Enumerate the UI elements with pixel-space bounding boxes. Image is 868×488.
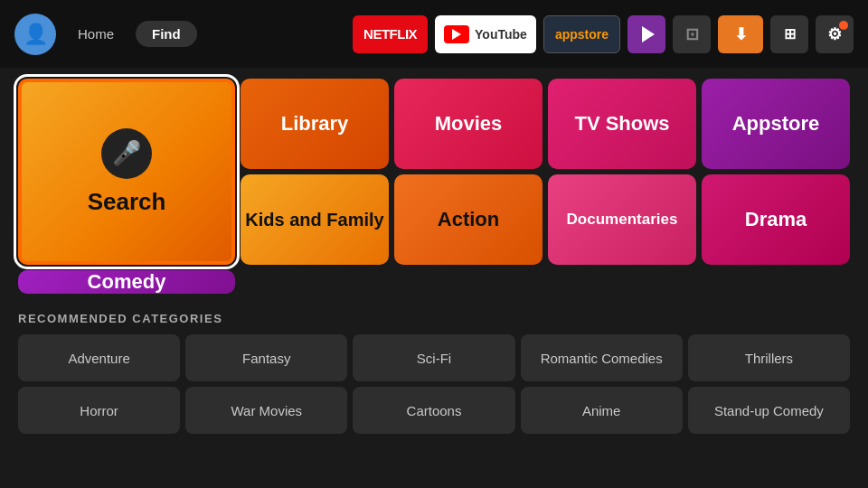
documentaries-label: Documentaries bbox=[567, 211, 678, 229]
qr-icon: ⊞ bbox=[784, 25, 796, 42]
drama-cell[interactable]: Drama bbox=[702, 174, 850, 265]
appstore-cell[interactable]: Appstore bbox=[702, 79, 850, 169]
nav-find[interactable]: Find bbox=[136, 21, 197, 47]
nav-home[interactable]: Home bbox=[67, 21, 125, 47]
recommended-grid: AdventureFantasySci-FiRomantic ComediesT… bbox=[18, 334, 850, 434]
tvshows-label: TV Shows bbox=[574, 112, 669, 136]
app-icons: NETFLIX YouTube appstore ⊡ ⬇ ⊞ ⚙ bbox=[353, 15, 854, 53]
comedy-label: Comedy bbox=[88, 270, 166, 294]
screen-icon: ⊡ bbox=[685, 24, 699, 44]
action-cell[interactable]: Action bbox=[394, 174, 542, 265]
search-cell[interactable]: 🎤 Search bbox=[18, 79, 235, 265]
recommended-item[interactable]: Cartoons bbox=[353, 387, 514, 434]
topbar: 👤 Home Find NETFLIX YouTube appstore ⊡ ⬇… bbox=[0, 0, 868, 68]
comedy-cell[interactable]: Comedy bbox=[18, 270, 235, 294]
search-label: Search bbox=[88, 188, 166, 216]
action-label: Action bbox=[438, 208, 499, 231]
screen-button[interactable]: ⊡ bbox=[673, 15, 711, 53]
mic-icon: 🎤 bbox=[101, 128, 152, 179]
avatar[interactable]: 👤 bbox=[14, 14, 56, 55]
category-grid: 🎤 Search Library Movies TV Shows Appstor… bbox=[18, 79, 850, 294]
youtube-label: YouTube bbox=[475, 27, 527, 42]
movies-cell[interactable]: Movies bbox=[394, 79, 542, 169]
kidsandfamily-label: Kids and Family bbox=[245, 210, 383, 230]
downloader-button[interactable]: ⬇ bbox=[718, 15, 763, 53]
downloader-icon: ⬇ bbox=[734, 24, 748, 44]
recommended-title: RECOMMENDED CATEGORIES bbox=[18, 312, 850, 325]
recommended-item[interactable]: Thrillers bbox=[688, 334, 850, 381]
library-cell[interactable]: Library bbox=[241, 79, 389, 169]
recommended-item[interactable]: Horror bbox=[18, 387, 180, 434]
settings-button[interactable]: ⚙ bbox=[816, 15, 854, 53]
recommended-item[interactable]: Stand-up Comedy bbox=[688, 387, 850, 434]
youtube-button[interactable]: YouTube bbox=[435, 15, 536, 53]
netflix-button[interactable]: NETFLIX bbox=[353, 15, 428, 53]
qr-button[interactable]: ⊞ bbox=[770, 15, 808, 53]
recommended-item[interactable]: Fantasy bbox=[185, 334, 347, 381]
recommended-item[interactable]: War Movies bbox=[185, 387, 347, 434]
appstore-label: Appstore bbox=[732, 112, 820, 136]
recommended-section: RECOMMENDED CATEGORIES AdventureFantasyS… bbox=[18, 312, 850, 434]
primevideo-button[interactable] bbox=[627, 15, 665, 53]
recommended-item[interactable]: Romantic Comedies bbox=[521, 334, 683, 381]
kidsandfamily-cell[interactable]: Kids and Family bbox=[241, 174, 389, 265]
drama-label: Drama bbox=[745, 208, 807, 231]
recommended-item[interactable]: Anime bbox=[521, 387, 683, 434]
recommended-item[interactable]: Sci-Fi bbox=[353, 334, 514, 381]
youtube-icon bbox=[444, 25, 469, 43]
play-icon bbox=[642, 26, 655, 42]
documentaries-cell[interactable]: Documentaries bbox=[548, 174, 696, 265]
tvshows-cell[interactable]: TV Shows bbox=[548, 79, 696, 169]
movies-label: Movies bbox=[435, 112, 503, 136]
appstore-button[interactable]: appstore bbox=[543, 15, 620, 53]
main-content: 🎤 Search Library Movies TV Shows Appstor… bbox=[0, 68, 868, 445]
recommended-item[interactable]: Adventure bbox=[18, 334, 180, 381]
library-label: Library bbox=[281, 112, 349, 136]
notification-dot bbox=[839, 21, 848, 30]
